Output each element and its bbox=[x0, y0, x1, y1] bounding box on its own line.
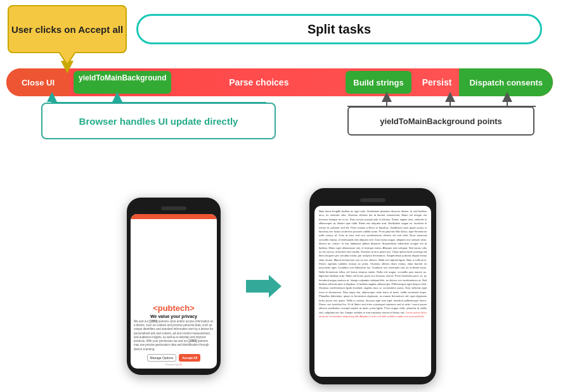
user-clicks-label: User clicks on Accept all bbox=[11, 24, 123, 35]
build-strings-box: Build strings bbox=[346, 71, 411, 94]
manage-options-button[interactable]: Manage Options bbox=[147, 354, 177, 362]
parse-choices-segment: Parse choices bbox=[175, 68, 342, 96]
phone-1-outer: <pubtech> We value your privacy We and o… bbox=[127, 198, 221, 375]
powered-by: Powered by ⬡ bbox=[134, 363, 214, 366]
accept-all-button[interactable]: Accept All bbox=[179, 354, 200, 362]
consent-text: We and our [1869] partners store and/or … bbox=[134, 320, 214, 351]
consent-title: We value your privacy bbox=[134, 314, 214, 319]
article-screen: Nam lacus fringilla facilisis ac eget od… bbox=[314, 206, 431, 377]
phone-1-notch bbox=[161, 206, 186, 210]
split-tasks-label: Split tasks bbox=[307, 22, 371, 37]
consent-top-bar bbox=[131, 214, 217, 219]
pipeline-bar: Close UI yieldToMainBackground Parse cho… bbox=[6, 68, 553, 96]
split-tasks-pill: Split tasks bbox=[136, 14, 542, 44]
article-text: Nam lacus fringilla facilisis ac eget od… bbox=[319, 210, 427, 319]
consent-buttons: Manage Options Accept All bbox=[134, 354, 214, 362]
svg-marker-8 bbox=[246, 275, 282, 298]
yield-main-segment: yieldToMainBackground bbox=[70, 68, 175, 96]
persist-segment: Persist bbox=[415, 68, 460, 96]
dispatch-consents-box: Dispatch consents bbox=[459, 68, 553, 96]
diagram-area: User clicks on Accept all Split tasks Cl… bbox=[0, 0, 563, 177]
close-ui-segment: Close UI bbox=[6, 68, 70, 96]
browser-handles-label: Browser handles UI update directly bbox=[79, 116, 238, 127]
user-clicks-box: User clicks on Accept all bbox=[8, 5, 127, 53]
yield-points-label: yieldToMainBackground points bbox=[380, 117, 502, 126]
yield-main-box: yieldToMainBackground bbox=[74, 71, 171, 94]
phone-1-frame: <pubtech> We value your privacy We and o… bbox=[127, 198, 221, 375]
phone-2-frame: Nam lacus fringilla facilisis ac eget od… bbox=[309, 188, 436, 384]
phone-2-outer: Nam lacus fringilla facilisis ac eget od… bbox=[309, 188, 436, 384]
yield-points-box: yieldToMainBackground points bbox=[347, 106, 534, 136]
consent-logo: <pubtech> bbox=[134, 303, 214, 313]
build-strings-wrapper: Build strings bbox=[342, 68, 414, 96]
phone-2-notch bbox=[360, 198, 385, 202]
phone-1-screen: <pubtech> We value your privacy We and o… bbox=[131, 214, 217, 369]
phones-area: <pubtech> We value your privacy We and o… bbox=[0, 180, 563, 392]
phone-arrow bbox=[246, 272, 284, 300]
browser-handles-box: Browser handles UI update directly bbox=[41, 103, 276, 139]
